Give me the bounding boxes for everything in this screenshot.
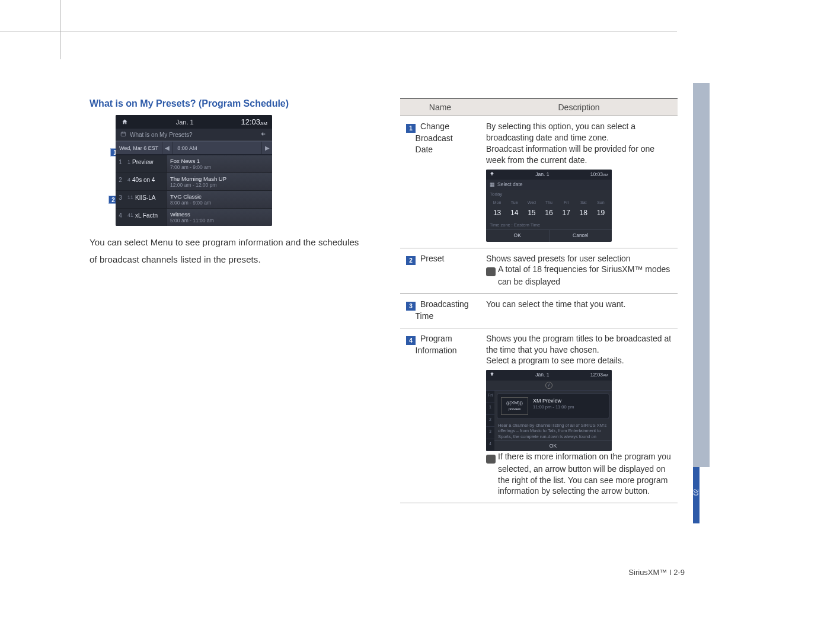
row-index: 4 [116, 209, 125, 226]
day-button[interactable]: 16 [540, 207, 557, 219]
mini-screenshot-date: Jan. 110:03AM▦Select dateTodayMonTueWedT… [486, 170, 612, 242]
day-button[interactable]: 17 [558, 207, 575, 219]
row-index: 1 [116, 155, 125, 172]
name-cell: 2 Preset [400, 248, 480, 293]
home-icon [490, 171, 494, 178]
crop-guide-h [0, 31, 677, 31]
callout-badge: 4 [406, 336, 416, 345]
preset-cell: 1Preview [125, 155, 167, 172]
table-row: 4 Program00InformationShows you the prog… [400, 328, 678, 503]
section-title: What is on My Presets? (Program Schedule… [90, 98, 367, 109]
name-cell: 1 Change00Broadcast00Date [400, 116, 480, 248]
chapter-tab-active[interactable]: 02 [693, 467, 700, 523]
program-cell: The Morning Mash UP12:00 am - 12:00 pm [167, 173, 272, 190]
screen-title-bar: What is on My Presets? [116, 129, 272, 141]
body-paragraph: You can select Menu to see program infor… [90, 234, 367, 268]
back-icon[interactable] [257, 131, 267, 138]
desc-cell: You can select the time that you want. [480, 293, 678, 328]
page-body: What is on My Presets? (Program Schedule… [90, 98, 678, 503]
info-icon: i [486, 381, 612, 391]
calendar-icon: ▦ [490, 181, 495, 188]
program-cell: Witness5:00 am - 11:00 am [167, 209, 272, 226]
left-column: What is on My Presets? (Program Schedule… [90, 98, 367, 503]
name-cell: 4 Program00Information [400, 328, 480, 503]
day-button[interactable]: 19 [592, 207, 609, 219]
time-next-button[interactable]: ▶ [261, 142, 272, 154]
ok-button[interactable]: OK [486, 229, 549, 241]
info-icon: i [486, 267, 496, 276]
row-index: 2 [116, 173, 125, 190]
broadcast-time-field[interactable]: 8:00 AM [173, 142, 261, 154]
program-cell: TVG Classic8:00 am - 9:00 am [167, 191, 272, 208]
right-column: Name Description 1 Change00Broadcast00Da… [400, 98, 678, 503]
th-desc: Description [480, 99, 678, 116]
info-icon: i [486, 455, 496, 464]
main-screenshot: Jan. 1 12:03AM What is on My Presets? We… [116, 115, 272, 226]
home-icon [490, 372, 494, 378]
preset-row[interactable]: 311KIIS-LATVG Classic8:00 am - 9:00 am [116, 190, 272, 208]
chapter-tabs: 02 [693, 83, 710, 523]
desc-cell: Shows you the program titles to be broad… [480, 328, 678, 503]
home-icon[interactable] [120, 118, 129, 126]
mini-screenshot-program: Jan. 112:03AMiFri1234(((XM)))previewXM P… [486, 370, 612, 451]
table-row: 2 PresetShows saved presets for user sel… [400, 248, 678, 293]
calendar-icon [120, 131, 126, 138]
crop-guide-v [60, 0, 60, 59]
xm-logo-icon: (((XM)))preview [501, 397, 528, 415]
svg-rect-0 [121, 132, 126, 136]
program-cell: Fox News 17:00 am - 9:00 am [167, 155, 272, 172]
date-time-bar: Wed, Mar 6 EST ◀ 8:00 AM ▶ [116, 141, 272, 155]
day-button[interactable]: 18 [575, 207, 592, 219]
day-button[interactable]: 13 [488, 207, 506, 219]
status-date: Jan. 1 [131, 119, 238, 126]
preset-row[interactable]: 2440s on 4The Morning Mash UP12:00 am - … [116, 172, 272, 190]
table-row: 3 Broadcasting00TimeYou can select the t… [400, 293, 678, 328]
preset-row[interactable]: 11PreviewFox News 17:00 am - 9:00 am [116, 155, 272, 172]
callout-badge: 1 [406, 124, 416, 133]
description-table: Name Description 1 Change00Broadcast00Da… [400, 98, 678, 503]
th-name: Name [400, 99, 480, 116]
cancel-button[interactable]: Cancel [549, 229, 612, 241]
row-index: 3 [116, 191, 125, 208]
desc-cell: Shows saved presets for user selectioniA… [480, 248, 678, 293]
preset-cell: 11KIIS-LA [125, 191, 167, 208]
callout-badge: 3 [406, 302, 416, 311]
status-time: 12:03AM [241, 117, 267, 126]
status-bar: Jan. 1 12:03AM [116, 115, 272, 129]
table-row: 1 Change00Broadcast00DateBy selecting th… [400, 116, 678, 248]
chapter-tab-inactive [693, 83, 710, 467]
ok-button[interactable]: OK [494, 440, 612, 451]
preset-cell: 41xL Factn [125, 209, 167, 226]
broadcast-date-field[interactable]: Wed, Mar 6 EST [116, 142, 162, 154]
time-prev-button[interactable]: ◀ [162, 142, 173, 154]
day-button[interactable]: 14 [506, 207, 523, 219]
day-button[interactable]: 15 [523, 207, 540, 219]
preset-row[interactable]: 441xL FactnWitness5:00 am - 11:00 am [116, 208, 272, 226]
preset-cell: 440s on 4 [125, 173, 167, 190]
name-cell: 3 Broadcasting00Time [400, 293, 480, 328]
page-footer: SiriusXM™ I 2-9 [628, 568, 685, 577]
screen-title: What is on My Presets? [130, 132, 193, 138]
desc-cell: By selecting this option, you can select… [480, 116, 678, 248]
callout-badge: 2 [406, 256, 416, 265]
